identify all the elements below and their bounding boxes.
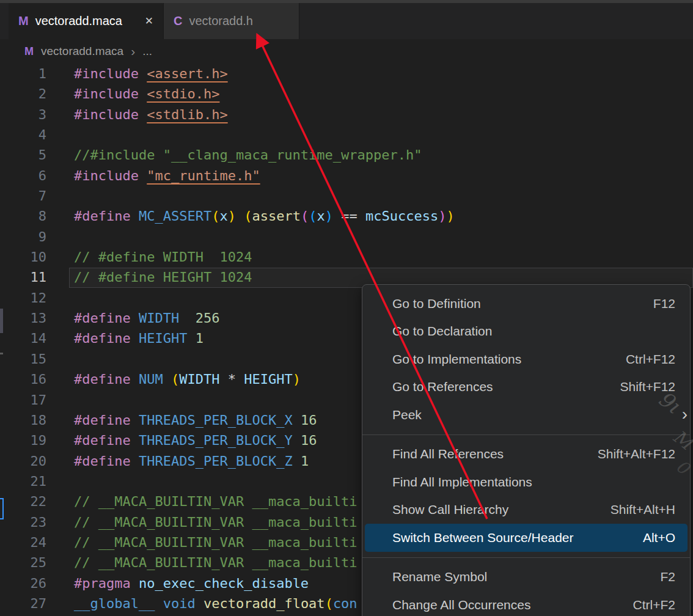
code-line[interactable]: #include <assert.h>	[74, 64, 455, 84]
line-number: 12	[0, 288, 46, 308]
menu-item-label: Go to Definition	[392, 296, 653, 311]
line-number: 17	[0, 390, 46, 410]
line-number: 20	[0, 451, 46, 471]
code-line[interactable]	[74, 227, 455, 247]
line-number: 22	[0, 491, 46, 512]
menu-item-shortcut: Shift+Alt+F12	[598, 447, 675, 461]
line-number: 4	[0, 125, 46, 145]
menu-item-label: Find All References	[392, 447, 598, 461]
tab-label: vectoradd.maca	[35, 14, 122, 28]
menu-item-go-to-implementations[interactable]: Go to ImplementationsCtrl+F12	[362, 345, 690, 373]
menu-item-label: Find All Implementations	[392, 475, 675, 490]
close-icon[interactable]: ✕	[145, 15, 153, 28]
line-number: 16	[0, 369, 46, 389]
menu-item-go-to-declaration[interactable]: Go to Declaration	[362, 318, 690, 346]
line-number: 15	[0, 349, 46, 369]
line-number: 23	[0, 512, 46, 532]
menu-item-peek[interactable]: Peek›	[362, 401, 690, 429]
menu-item-label: Go to Implementations	[392, 352, 626, 367]
menu-item-show-call-hierarchy[interactable]: Show Call HierarchyShift+Alt+H	[362, 496, 690, 524]
line-number: 6	[0, 166, 46, 186]
breadcrumb: M vectoradd.maca › ...	[0, 39, 693, 64]
menu-item-label: Go to References	[392, 380, 620, 394]
line-number: 21	[0, 471, 46, 491]
line-number: 2	[0, 84, 46, 104]
line-number: 1	[0, 64, 46, 84]
breadcrumb-file[interactable]: vectoradd.maca	[41, 45, 123, 58]
line-number: 8	[0, 206, 46, 226]
line-number: 3	[0, 105, 46, 125]
line-number: 18	[0, 410, 46, 430]
line-number: 5	[0, 145, 46, 165]
line-number: 14	[0, 328, 46, 348]
line-number: 10	[0, 247, 46, 267]
line-number: 7	[0, 186, 46, 206]
code-line[interactable]: // #define WIDTH 1024	[74, 247, 455, 267]
menu-item-label: Show Call Hierarchy	[392, 502, 610, 517]
menu-item-shortcut: Ctrl+F2	[633, 598, 675, 612]
submenu-chevron-icon: ›	[682, 404, 688, 424]
line-number: 19	[0, 430, 46, 450]
menu-item-shortcut: F12	[653, 296, 675, 311]
chevron-right-icon: ›	[131, 44, 135, 59]
line-number: 13	[0, 308, 46, 328]
menu-item-shortcut: Alt+O	[643, 530, 675, 545]
line-number: 9	[0, 227, 46, 247]
code-line[interactable]: #include <stdlib.h>	[74, 105, 455, 125]
code-line[interactable]: #include "mc_runtime.h"	[74, 166, 455, 186]
code-line[interactable]: #define MC_ASSERT(x) (assert((x) == mcSu…	[74, 206, 455, 226]
code-line[interactable]: #include <stdio.h>	[74, 84, 455, 104]
menu-item-find-all-references[interactable]: Find All ReferencesShift+Alt+F12	[362, 441, 690, 469]
menu-item-label: Go to Declaration	[392, 324, 675, 339]
editor-context-menu: Go to DefinitionF12Go to DeclarationGo t…	[362, 284, 691, 616]
c-header-file-icon: C	[174, 14, 182, 28]
tab-label: vectoradd.h	[189, 14, 253, 28]
tab-vectoradd-maca[interactable]: M vectoradd.maca ✕	[9, 3, 164, 39]
line-number: 26	[0, 573, 46, 593]
menu-item-rename-symbol[interactable]: Rename SymbolF2	[362, 563, 690, 592]
line-number: 24	[0, 532, 46, 552]
menu-item-label: Change All Occurrences	[392, 598, 633, 612]
code-line[interactable]	[74, 186, 455, 206]
line-number: 11	[0, 267, 46, 287]
menu-item-switch-between-source-header[interactable]: Switch Between Source/HeaderAlt+O	[365, 524, 688, 552]
menu-item-go-to-definition[interactable]: Go to DefinitionF12	[362, 290, 690, 318]
code-line[interactable]: //#include "__clang_maca_runtime_wrapper…	[74, 145, 455, 165]
menu-separator	[362, 435, 690, 435]
menu-item-change-all-occurrences[interactable]: Change All OccurrencesCtrl+F2	[362, 591, 690, 616]
menu-item-shortcut: F2	[660, 570, 675, 584]
code-line[interactable]	[74, 125, 455, 145]
menu-item-shortcut: Ctrl+F12	[626, 352, 675, 367]
vscode-editor-window: M vectoradd.maca ✕ C vectoradd.h M vecto…	[0, 0, 693, 616]
line-number: 25	[0, 552, 46, 573]
maca-file-icon: M	[18, 14, 29, 28]
breadcrumb-symbol[interactable]: ...	[142, 45, 152, 58]
menu-item-shortcut: Shift+Alt+H	[610, 502, 675, 517]
editor-tab-bar: M vectoradd.maca ✕ C vectoradd.h	[0, 3, 693, 39]
menu-separator	[362, 557, 690, 558]
menu-item-label: Peek	[392, 408, 675, 422]
maca-file-icon: M	[24, 45, 34, 58]
menu-item-find-all-implementations[interactable]: Find All Implementations	[362, 468, 690, 496]
line-number: 27	[0, 593, 46, 614]
menu-item-shortcut: Shift+F12	[620, 380, 675, 394]
menu-item-label: Rename Symbol	[392, 570, 660, 584]
line-number-gutter: 1234567891011121314151617181920212223242…	[0, 64, 46, 614]
menu-item-label: Switch Between Source/Header	[392, 530, 643, 545]
menu-item-go-to-references[interactable]: Go to ReferencesShift+F12	[362, 373, 690, 402]
tab-vectoradd-h[interactable]: C vectoradd.h	[164, 3, 299, 39]
